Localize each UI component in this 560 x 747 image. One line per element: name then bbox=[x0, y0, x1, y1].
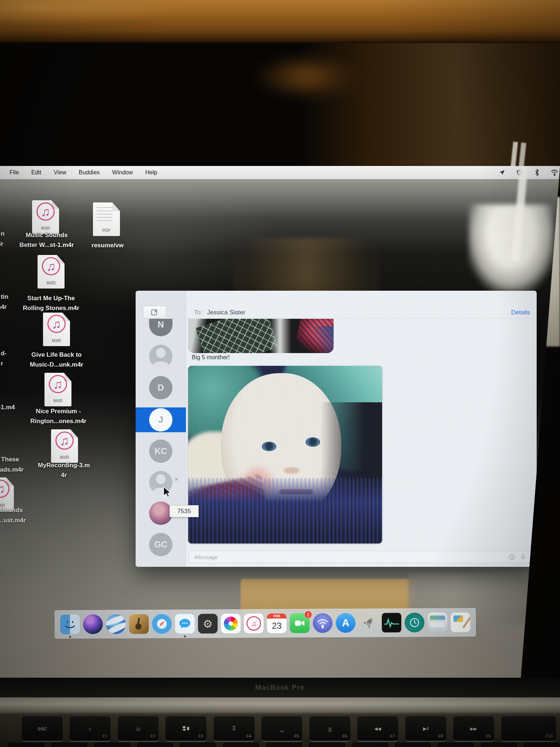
tooltip: 7535 bbox=[170, 505, 199, 517]
desktop-file-label: MyRecording-3.m4r bbox=[22, 460, 106, 480]
dock-app-store-icon[interactable]: A bbox=[336, 613, 355, 633]
messages-window: N D J KC GC × 7535 bbox=[136, 291, 537, 567]
menu-file[interactable]: File bbox=[9, 169, 19, 176]
conversation-avatar-silhouette[interactable] bbox=[149, 345, 172, 368]
partial-filename: c Sounds bbox=[0, 507, 23, 514]
desktop-file-nice-premium[interactable]: ♫ M4R bbox=[44, 373, 71, 406]
desktop-file-partial[interactable]: ♫ M4R bbox=[0, 477, 14, 511]
compose-icon bbox=[151, 308, 159, 316]
menu-view[interactable]: View bbox=[54, 169, 66, 176]
recipient-name[interactable]: Jessica Sister bbox=[207, 309, 245, 316]
key-f8-play-pause[interactable]: ▶‖F8 bbox=[405, 716, 446, 742]
file-type-badge: M4R bbox=[38, 280, 65, 286]
location-icon[interactable] bbox=[499, 169, 505, 176]
key-esc[interactable]: esc bbox=[22, 716, 63, 742]
key-f5-backlight-down[interactable]: ⣀F5 bbox=[261, 716, 302, 742]
dock-safari-icon[interactable] bbox=[152, 614, 172, 634]
menu-edit[interactable]: Edit bbox=[31, 169, 42, 176]
music-note-icon: ♫ bbox=[46, 259, 56, 274]
dock-documents-stack-icon[interactable] bbox=[428, 612, 447, 632]
partial-filename: d- bbox=[1, 350, 7, 357]
key-f4-launchpad[interactable]: ⠿F4 bbox=[214, 716, 254, 742]
key-f10[interactable]: F10 bbox=[501, 716, 556, 742]
macbook-brand-label: MacBook Pro bbox=[255, 684, 305, 692]
dock-time-machine-icon[interactable] bbox=[405, 613, 424, 632]
dock-rocket-icon[interactable] bbox=[359, 613, 378, 632]
dock-siri-icon[interactable] bbox=[83, 614, 103, 634]
dock-airport-utility-icon[interactable] bbox=[313, 613, 332, 633]
chat-area: Big 5 monther! bbox=[186, 291, 537, 567]
laptop-hinge bbox=[0, 697, 560, 714]
key-f7-rewind[interactable]: ◀◀F7 bbox=[357, 716, 398, 742]
key-f3-mission-control[interactable]: F3 bbox=[166, 716, 206, 742]
desktop-file-resume-pdf[interactable]: PDF bbox=[93, 202, 120, 236]
partial-filename: tin bbox=[1, 293, 8, 301]
menu-buddies[interactable]: Buddies bbox=[79, 169, 100, 176]
music-note-icon: ♫ bbox=[60, 434, 69, 448]
dock-system-preferences-icon[interactable]: ⚙ bbox=[198, 614, 218, 634]
dock-facetime-icon[interactable]: 2 bbox=[290, 613, 310, 633]
partial-filename: g-1.m4 bbox=[0, 404, 15, 411]
partial-filename: W...ust.m4r bbox=[0, 517, 26, 524]
key-f9-fast-forward[interactable]: ▶▶F9 bbox=[453, 716, 494, 742]
menu-help[interactable]: Help bbox=[145, 169, 157, 176]
music-note-icon: ♫ bbox=[41, 205, 50, 219]
wifi-icon[interactable] bbox=[551, 169, 559, 176]
conversation-avatar[interactable]: KC bbox=[149, 440, 172, 463]
pdf-text-lines bbox=[97, 207, 112, 222]
page-fold bbox=[112, 202, 120, 211]
emoji-icon[interactable] bbox=[508, 553, 516, 561]
dock-google-earth-icon[interactable] bbox=[106, 614, 126, 634]
conversation-avatar-selected[interactable]: J bbox=[149, 408, 172, 431]
notification-badge: 2 bbox=[304, 611, 312, 618]
key-f2-brightness-up[interactable]: ☼F2 bbox=[118, 716, 159, 742]
partial-filename: eads.m4r bbox=[0, 466, 24, 473]
dock-messages-icon[interactable] bbox=[175, 614, 195, 634]
partial-filename: n bbox=[1, 230, 4, 237]
music-note-icon: ♫ bbox=[53, 377, 63, 391]
conversation-avatar[interactable]: GC bbox=[149, 533, 172, 556]
file-type-badge: PDF bbox=[93, 228, 120, 233]
partial-filename: m4r bbox=[0, 240, 3, 248]
partial-filename: r bbox=[1, 360, 3, 367]
running-indicator bbox=[69, 636, 71, 638]
desktop-file-music-sounds[interactable]: ♫ M4R bbox=[32, 200, 59, 234]
message-text: Big 5 monther! bbox=[192, 354, 230, 361]
conversation-avatar-photo[interactable] bbox=[149, 502, 172, 525]
conversation-avatar[interactable]: D bbox=[149, 376, 172, 399]
mouse-cursor bbox=[163, 486, 172, 497]
dock-activity-monitor-icon[interactable] bbox=[382, 613, 401, 632]
dock-itunes-icon[interactable]: ♫ bbox=[244, 614, 264, 633]
desktop-file-start-me-up[interactable]: ♫ M4R bbox=[38, 255, 65, 289]
details-link[interactable]: Details bbox=[511, 309, 530, 316]
keyboard-number-row bbox=[0, 742, 560, 747]
message-input-bar bbox=[189, 551, 532, 563]
key-f1-brightness-down[interactable]: ☼F1 bbox=[70, 716, 110, 742]
mission-control-icon bbox=[183, 726, 189, 731]
bluetooth-icon[interactable] bbox=[534, 169, 540, 176]
dock-calendar-icon[interactable]: FEB23 bbox=[267, 614, 287, 633]
conversation-sidebar: N D J KC GC bbox=[136, 291, 186, 567]
baby-photo-attachment[interactable] bbox=[188, 366, 382, 543]
menu-window[interactable]: Window bbox=[112, 169, 133, 176]
desktop-file-label: Music SoundsBetter W...st-1.m4r bbox=[7, 230, 87, 250]
microphone-icon[interactable] bbox=[520, 553, 526, 561]
music-note-icon: ♫ bbox=[0, 482, 5, 496]
macbook-screen: File Edit View Buddies Window Help ♫ M4R bbox=[0, 166, 560, 678]
screen-bottom-bezel: MacBook Pro bbox=[0, 678, 560, 697]
dock-photos-icon[interactable] bbox=[221, 614, 241, 633]
remove-conversation-icon[interactable]: × bbox=[174, 475, 178, 483]
file-type-badge: M4R bbox=[51, 455, 78, 460]
desktop-file-my-recording[interactable]: ♫ M4R bbox=[51, 429, 78, 463]
photo-of-macbook-screen: File Edit View Buddies Window Help ♫ M4R bbox=[0, 0, 560, 747]
dock-garageband-icon[interactable] bbox=[129, 614, 149, 634]
dock-textedit-icon[interactable] bbox=[451, 612, 470, 632]
key-f6-backlight-up[interactable]: ⣶F6 bbox=[310, 716, 350, 742]
compose-button[interactable] bbox=[143, 306, 166, 319]
desktop-file-give-life-back[interactable]: ♫ M4R bbox=[43, 313, 70, 346]
dock: ⚙ ♫ FEB23 2 A bbox=[55, 608, 476, 639]
photo-attachment-top[interactable] bbox=[188, 319, 334, 353]
message-input[interactable] bbox=[189, 551, 532, 563]
dock-finder-icon[interactable] bbox=[60, 615, 80, 634]
time-machine-icon[interactable] bbox=[516, 169, 524, 176]
